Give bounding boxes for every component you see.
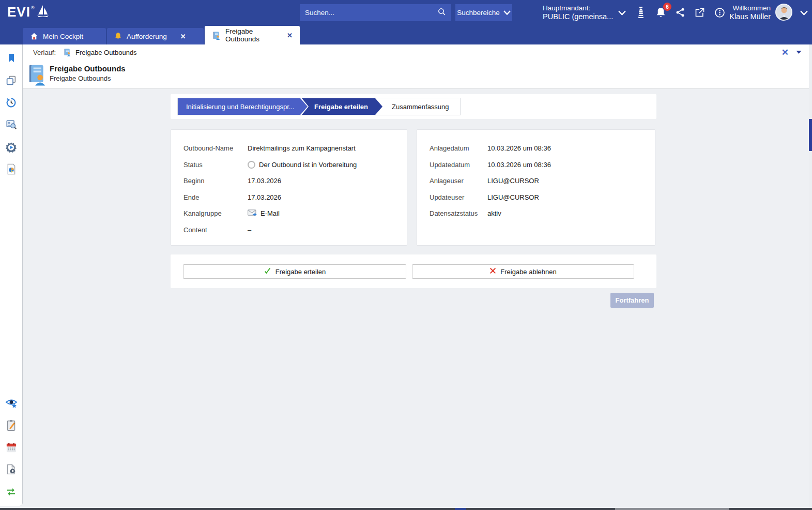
search-icon[interactable] [437,7,446,18]
wizard-step-freigabe-erteilen[interactable]: Freigabe erteilen [302,98,382,115]
bell-icon [114,32,122,40]
search-scope-label: Suchbereiche [457,9,500,17]
approve-button[interactable]: Freigabe erteilen [183,264,406,279]
tab-aufforderung[interactable]: Aufforderung ✕ [107,28,204,44]
welcome-text: Willkommen Klaus Müller [729,4,771,21]
field-label: Outbound-Name [183,144,248,152]
share-icon[interactable] [673,5,687,20]
bottom-window-edge [0,508,812,510]
main-client-selector[interactable]: Hauptmandant: PUBLIC (gemeinsa... [543,4,613,21]
sync-icon[interactable] [3,483,20,501]
check-icon [264,267,271,276]
page-title: Freigabe Outbounds [50,64,126,73]
step-label: Freigabe erteilen [314,103,368,111]
tab-freigabe-outbounds[interactable]: Freigabe Outbounds ✕ [205,26,300,44]
field-row: Ende 17.03.2026 [183,189,407,206]
history-dropdown-caret-icon[interactable] [796,50,802,54]
open-in-new-icon[interactable] [693,5,707,20]
logo-text: EVI [7,3,30,21]
clipboard-edit-icon[interactable] [3,416,20,434]
table-search-icon[interactable] [3,116,20,133]
tab-close-icon[interactable]: ✕ [180,33,186,40]
actions-card: Freigabe erteilen Freigabe ablehnen [171,254,656,288]
home-icon [30,32,38,40]
page-content: Initialisierung und Berechtigungspr... F… [23,89,809,508]
page-subtitle: Freigabe Outbounds [50,74,111,82]
copy-icon[interactable] [3,71,20,89]
left-sidebar [0,44,23,506]
calendar-icon[interactable] [3,439,20,456]
field-label: Content [183,226,248,234]
field-label: Updateuser [430,193,487,201]
field-value: 17.03.2026 [248,193,281,201]
notifications-bell-icon[interactable]: 6 [653,5,668,20]
outbound-document-icon [63,48,71,56]
bookmark-icon[interactable] [3,49,20,67]
user-name: Klaus Müller [729,12,771,21]
status-radio[interactable] [248,161,255,169]
tab-label: Aufforderung [127,33,167,40]
field-value: – [248,226,251,234]
user-menu-chevron-down-icon[interactable] [800,8,808,18]
field-row: Datensatzstatus aktiv [430,205,655,222]
watch-star-icon[interactable] [3,394,20,412]
document-settings-icon[interactable] [3,461,20,478]
field-row: Anlageuser LIGU@CURSOR [430,173,655,189]
x-icon [489,267,496,276]
user-avatar[interactable] [775,4,792,21]
search-scope-button[interactable]: Suchbereiche [455,4,512,21]
report-document-icon[interactable] [3,160,20,178]
bottom-edge-segment [615,508,729,510]
close-icon[interactable]: ✕ [782,48,789,57]
history-bar: Verlauf: Freigabe Outbounds ✕ [23,44,809,60]
app-logo: EVI ® [7,3,50,22]
continue-button[interactable]: Fortfahren [610,293,654,308]
field-label: Status [183,161,248,169]
client-value: PUBLIC (gemeinsa... [543,12,613,21]
history-icon[interactable] [3,94,20,111]
tab-mein-cockpit[interactable]: Mein Cockpit [23,28,106,44]
tab-close-icon[interactable]: ✕ [287,32,293,39]
step-label: Zusammenfassung [392,103,449,111]
field-value: aktiv [487,209,501,217]
wizard-step-zusammenfassung[interactable]: Zusammenfassung [382,98,458,115]
tab-label: Freigabe Outbounds [225,27,273,43]
field-row: Status Der Outbound ist in Vorbereitung [183,157,407,173]
email-icon [248,209,257,218]
logo-registered-mark: ® [31,5,35,10]
wizard-step-initialisierung[interactable]: Initialisierung und Berechtigungspr... [178,98,308,115]
history-label: Verlauf: [33,49,56,56]
record-meta-panel: Anlagedatum 10.03.2026 um 08:36 Updateda… [417,129,655,246]
process-gear-icon[interactable] [3,138,20,156]
tab-bar: Mein Cockpit Aufforderung ✕ Freigabe Out… [0,25,812,44]
field-value: E-Mail [261,209,280,217]
tab-label: Mein Cockpit [43,33,83,40]
wizard-steps: Initialisierung und Berechtigungspr... F… [177,98,461,115]
outbound-details-panel: Outbound-Name Direktmailings zum Kampagn… [171,129,407,246]
field-label: Anlageuser [430,177,487,185]
lighthouse-icon[interactable] [634,5,648,20]
field-value: 10.03.2026 um 08:36 [487,161,551,169]
more-options-icon[interactable] [712,5,727,20]
field-label: Kanalgruppe [183,209,248,217]
client-chevron-down-icon[interactable] [618,8,626,18]
field-row: Kanalgruppe E-Mail [183,205,407,222]
notification-badge: 6 [663,3,671,11]
bottom-edge-segment [455,508,466,510]
wizard-card: Initialisierung und Berechtigungspr... F… [171,94,656,119]
reject-button[interactable]: Freigabe ablehnen [412,264,634,279]
outbound-book-person-icon [27,63,47,88]
scrollbar-handle[interactable] [809,119,812,151]
field-value: Der Outbound ist in Vorbereitung [259,161,357,169]
field-value: Direktmailings zum Kampagnenstart [248,144,356,152]
field-value: LIGU@CURSOR [487,177,539,185]
client-label: Hauptmandant: [543,4,613,12]
field-label: Anlagedatum [430,144,487,152]
sailboat-icon [35,3,50,22]
field-row: Updateuser LIGU@CURSOR [430,189,655,206]
field-row: Anlagedatum 10.03.2026 um 08:36 [430,140,655,157]
search-input[interactable] [305,9,437,17]
history-item-freigabe-outbounds[interactable]: Freigabe Outbounds [75,49,137,56]
reject-label: Freigabe ablehnen [500,268,556,276]
approve-label: Freigabe erteilen [275,268,326,276]
